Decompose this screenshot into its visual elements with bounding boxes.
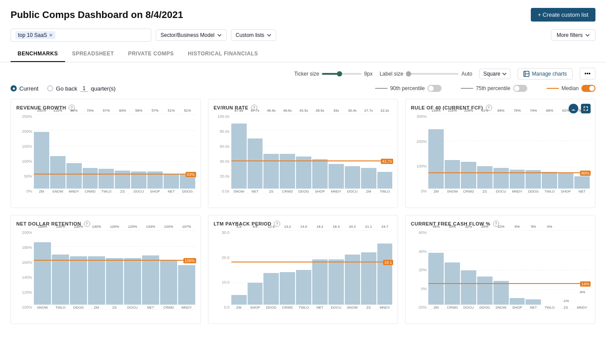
bar-label: 30.4x [348, 109, 357, 113]
bar [428, 253, 444, 305]
chart-bars: 168% SNOW 135% TWLO 130% DDOG 130% ZM [34, 230, 195, 309]
bar-label: 57% [151, 109, 158, 113]
bar-label: 130% [74, 225, 83, 229]
more-filters-label: More filters [557, 32, 583, 38]
median-line: 80% [428, 172, 590, 173]
tab-historical-financials[interactable]: HISTORICAL FINANCIALS [181, 46, 265, 62]
bar-wrap-SNOW: 20.2 SNOW [345, 230, 360, 309]
go-back-label: Go back [56, 85, 77, 92]
chart-yaxis: 60%40%20%0%-20% [411, 230, 428, 309]
bar-wrap-DDOG: 43.5x DDOG [296, 114, 311, 193]
tab-spreadsheet[interactable]: SPREADSHEET [65, 46, 121, 62]
bar-label: 239% [432, 109, 441, 113]
bar-wrap-DOCU: 125% DOCU [124, 230, 141, 309]
bar-name: CRWD [85, 189, 96, 193]
bar-wrap-DDOG: 12.8 DDOG [263, 230, 279, 309]
bar-name: DOCU [134, 189, 144, 193]
bar-wrap-CRWD: 109% CRWD [461, 114, 476, 193]
bar [477, 166, 493, 189]
bar [574, 176, 590, 189]
yaxis-label: 20.0 [222, 255, 230, 260]
chart-area: 200%180%160%140%120%100% 168% SNOW 135% … [16, 230, 195, 318]
download-btn[interactable] [569, 104, 578, 113]
bar-wrap-ZM: 3.9 ZM [231, 230, 247, 309]
bar [510, 298, 525, 305]
bar-wrap-ZS: 21.1 ZS [361, 230, 376, 309]
tab-private-comps[interactable]: PRIVATE COMPS [121, 46, 181, 62]
yaxis-label: -20% [417, 305, 427, 309]
bar-label: 26% [481, 225, 488, 229]
filter-tag-input[interactable]: top 10 SaaS ✕ [11, 29, 151, 42]
label-size-thumb[interactable] [406, 71, 411, 76]
yaxis-label: 200% [22, 230, 32, 235]
current-radio[interactable]: Current [11, 85, 38, 92]
percentile-75-toggle[interactable] [513, 85, 527, 92]
manage-charts-button[interactable]: Manage charts [518, 68, 573, 80]
bar-name: ZS [112, 306, 117, 309]
custom-lists-filter-dropdown[interactable]: Custom lists [231, 29, 276, 41]
bar-label: 14.0 [300, 225, 307, 229]
bar-label: 126% [110, 225, 119, 229]
go-back-radio[interactable]: Go back 1 quarter(s) [47, 85, 115, 92]
bar [542, 172, 557, 189]
tab-benchmarks[interactable]: BENCHMARKS [11, 46, 65, 62]
percentile-75-line [461, 88, 473, 89]
bar-name: ZM [39, 189, 44, 193]
bar [88, 256, 105, 305]
yaxis-label: 40% [419, 249, 427, 254]
bar-label: 18.3 [333, 225, 340, 229]
median-toggle[interactable] [581, 85, 595, 92]
chart-toolbar: Ticker size 9px Label size Auto Square M… [0, 62, 606, 83]
yaxis-label: 0.0x [222, 189, 230, 193]
shape-selector[interactable]: Square [479, 69, 511, 79]
bar-label: 51% [168, 109, 175, 113]
bar-name: SHOP [150, 189, 160, 193]
info-icon[interactable]: ? [84, 221, 90, 227]
bar-label: 27.7x [364, 109, 373, 113]
bar-wrap-CRWD: 70% CRWD [83, 114, 98, 193]
percentile-90-toggle[interactable] [427, 85, 442, 92]
tag-remove-icon[interactable]: ✕ [49, 33, 53, 38]
bar-name: DOCU [496, 189, 506, 193]
bar-label: 67.7x [251, 109, 259, 113]
bar-name: ZM [366, 189, 371, 193]
more-options-button[interactable]: ••• [580, 68, 595, 80]
median-value: 41.7x [381, 159, 393, 164]
label-size-label: Label size [380, 71, 403, 77]
yaxis-label: 140% [22, 275, 32, 280]
bar-name: ZS [366, 306, 371, 309]
bar-wrap-DOCU: 30.4x DOCU [345, 114, 360, 193]
ticker-size-thumb[interactable] [337, 71, 342, 76]
bar-wrap-ZM: 191% ZM [34, 114, 49, 193]
bar-wrap-DDOG: 130% DDOG [70, 230, 87, 309]
bar-label: 76% [514, 109, 521, 113]
more-filters-button[interactable]: More filters [551, 29, 595, 41]
info-icon[interactable]: ? [274, 221, 280, 227]
bar [361, 168, 376, 189]
yaxis-label: 60% [419, 230, 427, 235]
quarters-input[interactable]: 1 [80, 85, 88, 92]
bar-wrap-NET: 67.7x NET [248, 114, 263, 193]
bar-label: 33x [333, 109, 339, 113]
bar-name: MNDY [331, 189, 342, 193]
bar-label: 168% [38, 225, 47, 229]
bar-label: 51% [184, 109, 191, 113]
bar [248, 283, 263, 305]
create-custom-list-button[interactable]: + Create custom list [531, 8, 595, 22]
bar [526, 299, 541, 305]
chart-area: 300%200%100%0% 239% ZM 116% SNOW 109% CR [411, 114, 590, 202]
median-value: 126% [183, 258, 196, 263]
top10-saas-tag: top 10 SaaS ✕ [15, 31, 55, 39]
median-value: 18.1 [383, 260, 394, 265]
ticker-size-slider[interactable] [322, 73, 361, 75]
chart-area: 250%200%150%100%50%0% 191% ZM 110% SNOW … [16, 114, 195, 202]
bar-wrap-ZS: 91% ZS [477, 114, 493, 193]
bar-wrap-ZM: 239% ZM [428, 114, 444, 193]
bar-label: -1% [563, 299, 569, 303]
label-size-slider[interactable] [406, 73, 459, 75]
bar [312, 259, 328, 305]
yaxis-label: 160% [22, 260, 32, 265]
sector-filter-dropdown[interactable]: Sector/Business Model [156, 29, 226, 41]
bar [178, 265, 195, 305]
chart-yaxis: 250%200%150%100%50%0% [16, 114, 34, 193]
